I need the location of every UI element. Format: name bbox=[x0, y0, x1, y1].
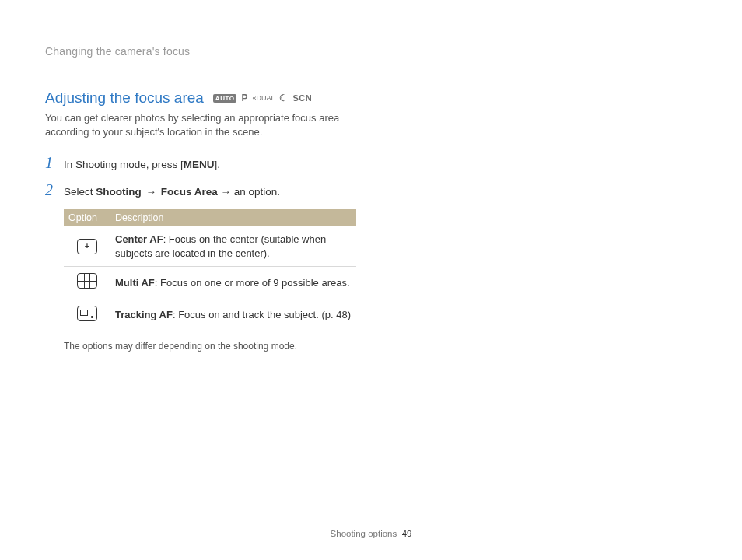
table-row: Multi AF: Focus on one or more of 9 poss… bbox=[64, 267, 356, 299]
mode-night-icon: ☾ bbox=[279, 93, 288, 103]
mode-icons-row: AUTO P «DUAL ☾ SCN bbox=[213, 93, 312, 103]
footer-section: Shooting options bbox=[331, 529, 397, 538]
breadcrumb: Changing the camera's focus bbox=[45, 45, 697, 61]
table-row: Center AF: Focus on the center (suitable… bbox=[64, 226, 356, 267]
mode-dual-icon: «DUAL bbox=[252, 94, 275, 102]
table-row: Tracking AF: Focus on and track the subj… bbox=[64, 299, 356, 331]
intro-text: You can get clearer photos by selecting … bbox=[45, 111, 356, 139]
page-footer: Shooting options 49 bbox=[0, 529, 742, 538]
page: Changing the camera's focus Adjusting th… bbox=[0, 0, 742, 560]
center-af-icon bbox=[77, 239, 97, 254]
table-cell-description: Center AF: Focus on the center (suitable… bbox=[110, 226, 356, 267]
table-footnote: The options may differ depending on the … bbox=[64, 341, 356, 352]
step-2: 2 Select Shooting → Focus Area → an opti… bbox=[45, 182, 356, 200]
options-table: Option Description Center AF: Focus on t… bbox=[64, 209, 356, 331]
step-1: 1 In Shooting mode, press [MENU]. bbox=[45, 155, 356, 173]
step-text: In Shooting mode, press [MENU]. bbox=[64, 158, 220, 173]
mode-program-icon: P bbox=[241, 93, 247, 103]
multi-af-icon bbox=[77, 273, 97, 289]
step-number: 1 bbox=[45, 155, 56, 170]
page-number: 49 bbox=[402, 529, 412, 538]
table-cell-description: Multi AF: Focus on one or more of 9 poss… bbox=[110, 267, 356, 299]
table-cell-description: Tracking AF: Focus on and track the subj… bbox=[110, 299, 356, 331]
mode-scn-icon: SCN bbox=[292, 93, 312, 103]
heading-row: Adjusting the focus area AUTO P «DUAL ☾ … bbox=[45, 89, 356, 107]
table-header-row: Option Description bbox=[64, 209, 356, 226]
content-column: Adjusting the focus area AUTO P «DUAL ☾ … bbox=[45, 89, 356, 352]
table-header-option: Option bbox=[64, 209, 110, 226]
table-header-description: Description bbox=[110, 209, 356, 226]
tracking-af-icon bbox=[77, 306, 97, 321]
step-number: 2 bbox=[45, 182, 56, 198]
mode-auto-icon: AUTO bbox=[213, 94, 237, 103]
step-text: Select Shooting → Focus Area → an option… bbox=[64, 185, 280, 200]
page-heading: Adjusting the focus area bbox=[45, 89, 204, 107]
